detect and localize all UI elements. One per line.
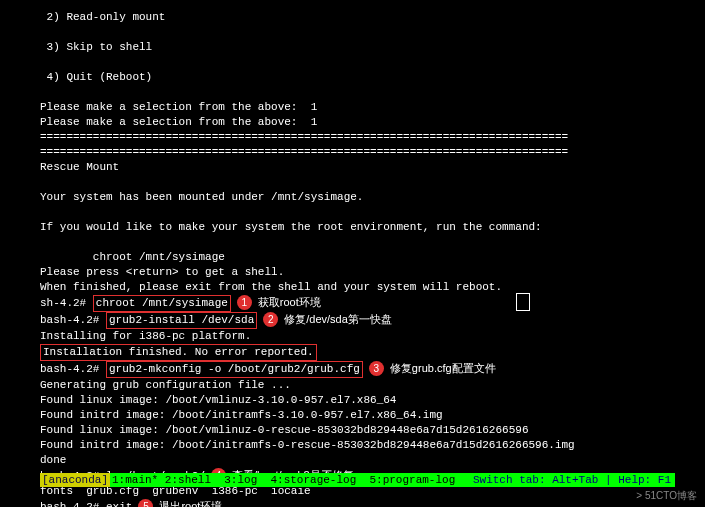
annotation-text-2: 修复/dev/sda第一快盘 xyxy=(284,313,392,325)
blank xyxy=(0,235,705,250)
menu-option-3: 3) Skip to shell xyxy=(0,40,705,55)
blank xyxy=(0,25,705,40)
press-return-msg: Please press <return> to get a shell. xyxy=(0,265,705,280)
found-linux-2: Found linux image: /boot/vmlinuz-0-rescu… xyxy=(0,423,705,438)
found-initrd-1: Found initrd image: /boot/initramfs-3.10… xyxy=(0,408,705,423)
divider-line: ========================================… xyxy=(0,130,705,145)
selection-prompt-1: Please make a selection from the above: … xyxy=(0,100,705,115)
rootenv-msg: If you would like to make your system th… xyxy=(0,220,705,235)
watermark-text: > 51CTO博客 xyxy=(636,489,697,503)
cmd-exit-line: bash-4.2# exit5退出root环境 xyxy=(0,499,705,507)
shell-prompt: sh-4.2# xyxy=(40,297,93,309)
highlight-box-grub-install: grub2-install /dev/sda xyxy=(106,312,257,329)
installing-msg: Installing for i386-pc platform. xyxy=(0,329,705,344)
status-tabs: 1:main* 2:shell 3:log 4:storage-log 5:pr… xyxy=(110,473,469,487)
cursor-icon xyxy=(516,293,530,311)
bash-prompt: bash-4.2# xyxy=(40,314,106,326)
exit-reboot-msg: When finished, please exit from the shel… xyxy=(0,280,705,295)
status-anaconda: [anaconda] xyxy=(40,473,110,487)
cmd-grub-install-line: bash-4.2# grub2-install /dev/sda2修复/dev/… xyxy=(0,312,705,329)
chroot-hint: chroot /mnt/sysimage xyxy=(0,250,705,265)
menu-option-2: 2) Read-only mount xyxy=(0,10,705,25)
bash-prompt: bash-4.2# xyxy=(40,363,106,375)
install-done-msg: Installation finished. No error reported… xyxy=(0,344,705,361)
blank xyxy=(0,55,705,70)
blank xyxy=(0,85,705,100)
annotation-badge-3: 3 xyxy=(369,361,384,376)
divider-line: ========================================… xyxy=(0,145,705,160)
annotation-badge-2: 2 xyxy=(263,312,278,327)
menu-option-4: 4) Quit (Reboot) xyxy=(0,70,705,85)
found-linux-1: Found linux image: /boot/vmlinuz-3.10.0-… xyxy=(0,393,705,408)
found-initrd-2: Found initrd image: /boot/initramfs-0-re… xyxy=(0,438,705,453)
highlight-box-mkconfig: grub2-mkconfig -o /boot/grub2/grub.cfg xyxy=(106,361,363,378)
blank xyxy=(0,175,705,190)
blank xyxy=(0,205,705,220)
generating-msg: Generating grub configuration file ... xyxy=(0,378,705,393)
annotation-text-1: 获取root环境 xyxy=(258,296,321,308)
highlight-box-chroot: chroot /mnt/sysimage xyxy=(93,295,231,312)
annotation-text-5: 退出root环境 xyxy=(159,500,222,507)
bash-prompt: bash-4.2# xyxy=(40,501,106,507)
mount-msg: Your system has been mounted under /mnt/… xyxy=(0,190,705,205)
status-help: Switch tab: Alt+Tab | Help: F1 xyxy=(469,473,675,487)
exit-cmd: exit xyxy=(106,501,132,507)
status-bar: [anaconda]1:main* 2:shell 3:log 4:storag… xyxy=(40,473,675,487)
annotation-badge-1: 1 xyxy=(237,295,252,310)
annotation-badge-5: 5 xyxy=(138,499,153,507)
rescue-title: Rescue Mount xyxy=(0,160,705,175)
highlight-box-install-done: Installation finished. No error reported… xyxy=(40,344,317,361)
annotation-text-3: 修复grub.cfg配置文件 xyxy=(390,362,496,374)
done-msg: done xyxy=(0,453,705,468)
cmd-chroot-line: sh-4.2# chroot /mnt/sysimage1获取root环境 xyxy=(0,295,705,312)
cmd-mkconfig-line: bash-4.2# grub2-mkconfig -o /boot/grub2/… xyxy=(0,361,705,378)
selection-prompt-2: Please make a selection from the above: … xyxy=(0,115,705,130)
